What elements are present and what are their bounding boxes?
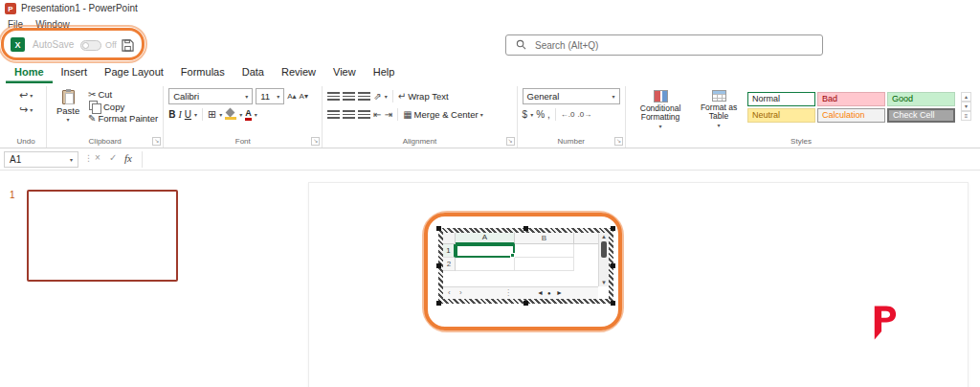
cancel-icon[interactable]: × — [95, 152, 100, 163]
resize-handle[interactable] — [611, 226, 615, 231]
dialog-launcher-icon[interactable]: ↘ — [152, 137, 161, 146]
insert-function-icon[interactable]: fx — [124, 152, 132, 164]
copy-button[interactable]: Copy — [88, 101, 158, 112]
gallery-more-icon[interactable]: ≡ — [961, 111, 971, 121]
scroll-right-icon[interactable]: ► — [556, 287, 563, 299]
save-icon[interactable] — [122, 38, 134, 56]
number-format-combobox[interactable]: General ▾ — [523, 88, 620, 104]
format-as-table-button[interactable]: Format as Table ▾ — [694, 87, 744, 134]
dialog-launcher-icon[interactable]: ↘ — [506, 137, 515, 146]
font-name-combobox[interactable]: Calibri ▾ — [168, 88, 253, 104]
gallery-down-icon[interactable]: ▾ — [961, 102, 971, 111]
tab-view[interactable]: View — [324, 61, 365, 83]
horizontal-scrollbar[interactable]: ‹ › ⋮ ◄ ● ► — [443, 286, 598, 299]
cell-b2[interactable] — [515, 258, 574, 271]
decrease-decimal-icon[interactable]: .0→ — [578, 111, 592, 119]
percent-style-icon[interactable]: % — [536, 110, 545, 120]
resize-handle[interactable] — [436, 301, 441, 306]
vertical-scroll-thumb[interactable] — [601, 241, 607, 258]
scroll-left-icon[interactable]: ◄ — [537, 287, 544, 299]
decrease-indent-icon[interactable]: ⇤ — [373, 110, 381, 120]
vertical-scrollbar[interactable]: ▲ ▼ — [598, 233, 609, 286]
tab-home[interactable]: Home — [6, 61, 53, 83]
cell-b1[interactable] — [515, 244, 574, 258]
cell-style-neutral[interactable]: Neutral — [747, 108, 815, 123]
italic-button[interactable]: I — [178, 109, 181, 120]
gallery-up-icon[interactable]: ▴ — [961, 92, 971, 102]
sheet-nav-left-icon[interactable]: ‹ — [448, 287, 451, 299]
underline-button[interactable]: U — [185, 109, 191, 120]
enter-icon[interactable]: ✓ — [109, 152, 117, 163]
align-center-icon[interactable] — [343, 110, 355, 119]
tab-insert[interactable]: Insert — [53, 61, 97, 83]
cell-a2[interactable] — [456, 258, 515, 271]
font-size-combobox[interactable]: 11 ▾ — [256, 88, 284, 104]
fill-color-icon[interactable] — [225, 109, 236, 120]
row-header-2[interactable]: 2 — [443, 258, 456, 271]
cut-button[interactable]: ✂ Cut — [88, 89, 158, 100]
resize-handle[interactable] — [523, 226, 528, 231]
cell-style-bad[interactable]: Bad — [817, 92, 885, 106]
tab-review[interactable]: Review — [273, 61, 324, 83]
resize-handle[interactable] — [611, 301, 615, 306]
undo-button[interactable]: ↩ ▾ — [19, 90, 33, 101]
chevron-down-icon[interactable]: ▾ — [255, 112, 257, 118]
increase-indent-icon[interactable]: ⇥ — [385, 110, 392, 120]
increase-decimal-icon[interactable]: ←.0 — [561, 111, 575, 119]
resize-handle[interactable] — [436, 226, 441, 231]
column-header-b[interactable]: B — [515, 233, 574, 244]
active-cell-a1[interactable] — [456, 244, 515, 258]
resize-handle[interactable] — [611, 263, 615, 268]
increase-font-icon[interactable]: A▴ — [287, 93, 296, 101]
tab-help[interactable]: Help — [365, 61, 404, 83]
resize-handle[interactable] — [523, 301, 528, 306]
search-input[interactable] — [533, 39, 822, 52]
align-left-icon[interactable] — [327, 110, 340, 119]
cell-style-calculation[interactable]: Calculation — [817, 108, 885, 123]
comma-style-icon[interactable]: , — [547, 110, 550, 120]
resize-handle[interactable] — [436, 263, 441, 268]
align-middle-icon[interactable] — [343, 92, 355, 101]
tab-data[interactable]: Data — [234, 61, 273, 83]
merge-center-button[interactable]: ▦ Merge & Center ▾ — [403, 109, 483, 120]
slide-thumbnail[interactable] — [27, 190, 178, 282]
chevron-down-icon[interactable]: ▾ — [530, 112, 533, 118]
sheet-nav-right-icon[interactable]: › — [459, 287, 462, 299]
decrease-font-icon[interactable]: A▾ — [300, 93, 308, 101]
dialog-launcher-icon[interactable]: ↘ — [614, 137, 623, 146]
column-header-a[interactable]: A — [456, 233, 515, 244]
orientation-icon[interactable]: ⇗ — [373, 92, 381, 102]
borders-icon[interactable]: ⊞ — [208, 109, 216, 120]
bold-button[interactable]: B — [168, 109, 175, 120]
conditional-formatting-button[interactable]: Conditional Formatting ▾ — [631, 87, 690, 134]
cell-style-check-cell[interactable]: Check Cell — [887, 108, 955, 123]
font-color-icon[interactable]: A — [245, 109, 252, 121]
align-top-icon[interactable] — [327, 92, 340, 101]
align-right-icon[interactable] — [358, 110, 370, 119]
tab-formulas[interactable]: Formulas — [172, 61, 234, 83]
scroll-up-icon[interactable]: ▲ — [599, 233, 609, 240]
cell-style-normal[interactable]: Normal — [747, 92, 815, 106]
row-header-1[interactable]: 1 — [443, 244, 456, 258]
menu-file[interactable]: File — [8, 19, 23, 30]
redo-button[interactable]: ↪ ▾ — [19, 104, 33, 115]
format-painter-button[interactable]: ✎ Format Painter — [88, 113, 158, 124]
chevron-down-icon[interactable]: ▾ — [385, 94, 388, 100]
wrap-text-button[interactable]: ↵ Wrap Text — [398, 91, 449, 102]
search-box[interactable] — [505, 34, 823, 56]
chevron-down-icon[interactable]: ▾ — [219, 112, 222, 118]
paste-button[interactable]: Paste ▾ — [52, 87, 84, 134]
menu-window[interactable]: Window — [35, 19, 70, 30]
select-all-corner[interactable] — [443, 233, 456, 244]
name-box[interactable]: A1 ▾ — [4, 151, 78, 168]
formula-input[interactable] — [142, 151, 976, 168]
chevron-down-icon[interactable]: ▾ — [239, 112, 242, 118]
cell-style-good[interactable]: Good — [887, 92, 955, 106]
scroll-down-icon[interactable]: ▼ — [599, 279, 609, 286]
dialog-launcher-icon[interactable]: ↘ — [311, 137, 320, 146]
tab-page-layout[interactable]: Page Layout — [96, 61, 172, 83]
accounting-format-icon[interactable]: $ — [523, 110, 528, 120]
chevron-down-icon[interactable]: ▾ — [194, 112, 197, 118]
embedded-excel-object[interactable]: A B 1 2 ▲ ▼ ‹ › ⋮ ◄ ● ► — [438, 228, 613, 304]
autosave-toggle[interactable] — [80, 40, 101, 51]
